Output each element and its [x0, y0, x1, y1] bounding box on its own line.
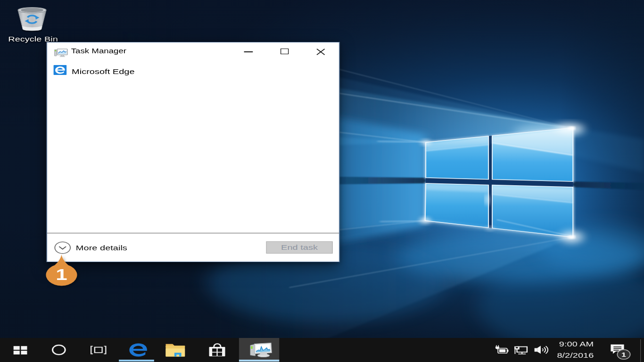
svg-text:1: 1 — [56, 266, 67, 283]
svg-text:1: 1 — [621, 351, 626, 358]
